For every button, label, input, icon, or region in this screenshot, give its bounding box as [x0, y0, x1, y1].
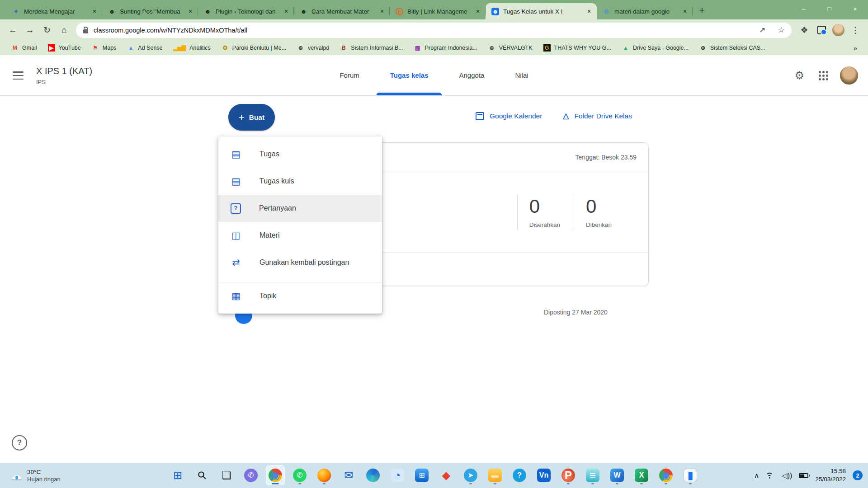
window-minimize-button[interactable]: –: [791, 0, 816, 18]
google-calendar-link[interactable]: Google Kalender: [476, 112, 542, 120]
vnc-viewer-icon[interactable]: Vn: [534, 465, 553, 485]
search-icon[interactable]: ⚲: [193, 465, 212, 485]
back-icon[interactable]: ←: [5, 22, 21, 38]
window-close-button[interactable]: ×: [842, 0, 868, 18]
bookmark-item[interactable]: B Sistem Informasi B...: [336, 43, 407, 53]
drive-icon: △: [563, 111, 569, 121]
browser-tab[interactable]: ☻ Sunting Pos "Membua ×: [102, 3, 198, 19]
side-panel-icon[interactable]: [813, 22, 830, 38]
volume-icon[interactable]: ◁)): [782, 471, 792, 480]
desktop-screen: ✦ Merdeka Mengajar × ☻ Sunting Pos "Memb…: [0, 0, 868, 488]
tab-close-icon[interactable]: ×: [681, 7, 689, 15]
chrome-icon[interactable]: ◉: [266, 465, 285, 485]
share-icon[interactable]: ↗: [755, 23, 769, 37]
running-indicator: [665, 483, 667, 484]
browser-menu-icon[interactable]: ⋮: [847, 22, 863, 38]
get-help-icon[interactable]: ?: [510, 465, 529, 485]
chrome-profile-icon[interactable]: ◉: [656, 465, 675, 485]
settings-gear-icon[interactable]: ⚙: [794, 69, 804, 82]
thats-why-icon: G: [543, 44, 551, 52]
weather-widget[interactable]: ☁ 30°C Hujan ringan: [6, 463, 64, 488]
create-menu-item[interactable]: ⇄ Gunakan kembali postingan: [218, 249, 382, 276]
excel-icon[interactable]: X: [632, 465, 651, 485]
classroom-nav-tab[interactable]: Tugas kelas: [389, 55, 429, 95]
google-apps-grid-icon[interactable]: [819, 71, 821, 73]
new-tab-button[interactable]: +: [695, 4, 709, 17]
bookmark-item[interactable]: G THATS WHY YOU G...: [539, 43, 615, 53]
drive-folder-link[interactable]: △ Folder Drive Kelas: [563, 111, 632, 121]
bookmark-item[interactable]: ⊕ Sistem Seleksi CAS...: [695, 43, 769, 53]
bookmark-item[interactable]: ▲ Ad Sense: [123, 43, 166, 53]
create-menu-item[interactable]: ▤ Tugas: [218, 141, 382, 168]
notepad-icon[interactable]: ≡: [583, 465, 602, 485]
telegram-icon[interactable]: ➤: [461, 465, 480, 485]
bookmark-item[interactable]: ▧ Program Indonesia...: [410, 43, 481, 53]
running-indicator: [272, 483, 279, 484]
browser-tab[interactable]: ☻ Tugas Kelas untuk X I ×: [486, 3, 597, 19]
powerpoint-icon[interactable]: P: [559, 465, 578, 485]
forward-icon[interactable]: →: [22, 22, 38, 38]
browser-tab[interactable]: ✦ Merdeka Mengajar ×: [6, 3, 102, 19]
mail-icon[interactable]: ✉: [339, 465, 358, 485]
bookmark-item[interactable]: ⚑ Maps: [88, 43, 121, 53]
classroom-nav-tab[interactable]: Forum: [339, 55, 360, 95]
bookmark-item[interactable]: ⊕ vervalpd: [293, 43, 333, 53]
firefox-icon[interactable]: [315, 465, 334, 485]
tab-close-icon[interactable]: ×: [378, 7, 386, 15]
start-button-icon[interactable]: ⊞: [168, 465, 187, 485]
create-menu-item[interactable]: ◫ Materi: [218, 222, 382, 249]
tab-close-icon[interactable]: ×: [90, 7, 99, 15]
browser-tab[interactable]: G materi dalam google ×: [597, 3, 693, 19]
browser-tab[interactable]: ☻ Plugin ‹ Teknologi dan ×: [198, 3, 294, 19]
extensions-icon[interactable]: ❖: [796, 22, 812, 38]
bookmark-item[interactable]: ⊕ VERVALGTK: [484, 43, 537, 53]
bookmark-item[interactable]: ▲ Drive Saya - Google...: [618, 43, 693, 53]
stat-value: 0: [529, 196, 560, 217]
help-button[interactable]: ?: [12, 435, 27, 450]
tab-close-icon[interactable]: ×: [474, 7, 482, 15]
remote-window-app-icon[interactable]: ▮: [681, 465, 700, 485]
photos-chart-app-icon[interactable]: ◔: [388, 465, 407, 485]
wifi-icon[interactable]: [766, 472, 775, 479]
bookmark-item[interactable]: M Gmail: [7, 43, 41, 53]
tab-close-icon[interactable]: ×: [585, 7, 593, 15]
word-icon[interactable]: W: [608, 465, 627, 485]
url-text[interactable]: classroom.google.com/w/NTYzNDkxMDMxOTha/…: [94, 27, 750, 34]
question-icon: ?: [231, 203, 241, 214]
tab-close-icon[interactable]: ×: [282, 7, 290, 15]
account-avatar[interactable]: [840, 66, 858, 84]
tray-chevron-icon[interactable]: ∧: [754, 471, 760, 480]
browser-profile-avatar[interactable]: [832, 24, 844, 36]
bookmark-label: vervalpd: [308, 45, 329, 51]
task-view-icon[interactable]: ❏: [217, 465, 236, 485]
file-explorer-icon[interactable]: ▬: [486, 465, 505, 485]
bookmark-star-icon[interactable]: ☆: [774, 23, 788, 37]
classroom-nav-tab[interactable]: Anggota: [458, 55, 486, 95]
whatsapp-icon[interactable]: ✆: [290, 465, 309, 485]
bookmarks-overflow-icon[interactable]: »: [850, 44, 861, 52]
bookmark-item[interactable]: ▂▅▇ Analitics: [170, 43, 215, 53]
address-bar[interactable]: classroom.google.com/w/NTYzNDkxMDMxOTha/…: [76, 23, 792, 38]
quiz-assignment-icon: ▤: [231, 176, 241, 187]
create-menu-item[interactable]: ? Pertanyaan: [218, 195, 382, 222]
create-button[interactable]: + Buat: [228, 104, 275, 131]
browser-tab[interactable]: ☻ Cara Membuat Mater ×: [294, 3, 390, 19]
reload-icon[interactable]: ↻: [39, 22, 55, 38]
window-maximize-button[interactable]: □: [816, 0, 842, 18]
main-menu-icon[interactable]: [13, 71, 24, 80]
battery-icon[interactable]: [799, 473, 808, 478]
microsoft-store-icon[interactable]: ⊞: [412, 465, 431, 485]
bookmark-item[interactable]: ▶ YouTube: [44, 43, 85, 53]
notification-count-badge[interactable]: 2: [853, 470, 863, 480]
create-menu-item[interactable]: ▦ Topik: [218, 282, 382, 309]
home-icon[interactable]: ⌂: [56, 22, 72, 38]
browser-tab[interactable]: b Bitly | Link Manageme ×: [390, 3, 486, 19]
bookmark-item[interactable]: ✪ Paroki Benlutu | Me...: [217, 43, 290, 53]
edge-icon[interactable]: [363, 465, 382, 485]
red-diamond-app-icon[interactable]: ◆: [437, 465, 456, 485]
clock[interactable]: 15.58 25/03/2022: [815, 467, 846, 483]
classroom-nav-tab[interactable]: Nilai: [514, 55, 529, 95]
google-duo-icon[interactable]: ✆: [241, 465, 260, 485]
tab-close-icon[interactable]: ×: [186, 7, 194, 15]
create-menu-item[interactable]: ▤ Tugas kuis: [218, 168, 382, 195]
